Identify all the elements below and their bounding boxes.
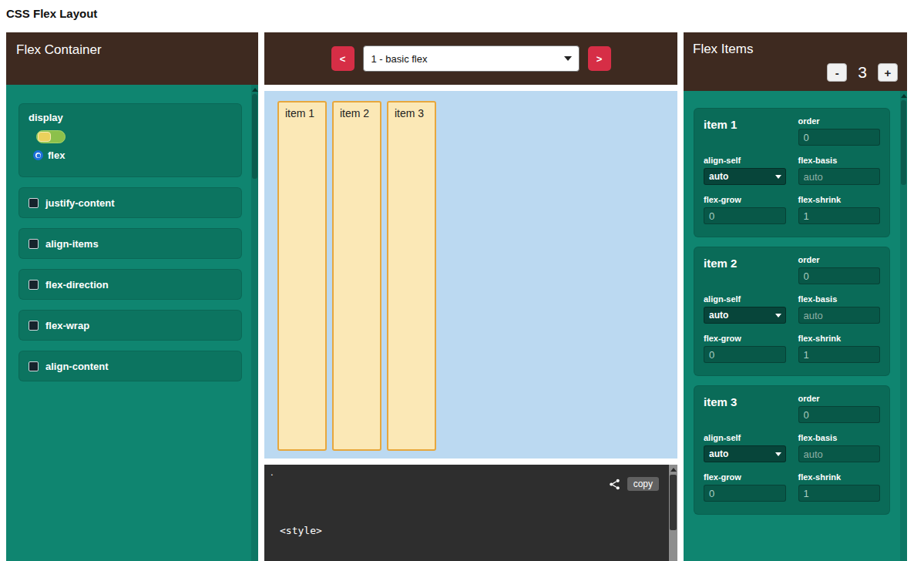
flex-radio[interactable] — [33, 150, 43, 160]
preview-panel: < 1 - basic flex > item 1 item 2 item 3 … — [264, 32, 677, 561]
align-self-field: align-self auto — [704, 294, 786, 324]
flex-basis-field: flex-basis — [798, 433, 881, 462]
justify-content-checkbox[interactable] — [29, 198, 39, 208]
section-align-content[interactable]: align-content — [18, 351, 242, 381]
flex-shrink-input[interactable] — [798, 485, 881, 502]
item-card-1: item 1 order align-self auto flex-basis — [694, 108, 890, 237]
copy-button[interactable]: copy — [627, 477, 659, 491]
flex-wrap-label: flex-wrap — [45, 320, 89, 331]
align-items-checkbox[interactable] — [29, 239, 39, 249]
section-flex-wrap[interactable]: flex-wrap — [18, 310, 242, 341]
flex-basis-field: flex-basis — [798, 294, 881, 324]
align-content-checkbox[interactable] — [29, 361, 39, 371]
order-field: order — [798, 255, 881, 284]
flex-radio-row[interactable]: flex — [33, 149, 232, 161]
flex-shrink-field: flex-shrink — [798, 472, 881, 502]
add-item-button[interactable]: + — [878, 63, 898, 82]
code-scrollbar[interactable] — [669, 465, 677, 561]
item-card-title: item 1 — [704, 118, 786, 131]
next-example-button[interactable]: > — [588, 46, 611, 71]
scroll-up-icon[interactable] — [252, 88, 258, 92]
align-items-label: align-items — [45, 238, 99, 250]
flex-grow-label: flex-grow — [704, 195, 786, 204]
flex-direction-label: flex-direction — [45, 279, 109, 291]
order-input[interactable] — [798, 267, 881, 284]
flex-items-header: Flex Items - 3 + — [684, 32, 907, 91]
flex-grow-field: flex-grow — [704, 195, 786, 224]
flex-container-scrollbar[interactable] — [251, 85, 258, 561]
flex-radio-dot — [36, 153, 40, 157]
flex-grow-field: flex-grow — [704, 334, 786, 363]
display-label: display — [29, 112, 232, 123]
flex-shrink-input[interactable] — [798, 207, 881, 224]
order-field: order — [798, 116, 881, 146]
scrollbar-thumb[interactable] — [901, 100, 906, 185]
order-input[interactable] — [798, 406, 881, 423]
item-card-3: item 3 order align-self auto flex-basis — [694, 385, 890, 515]
align-self-label: align-self — [704, 294, 786, 304]
item-card-title: item 3 — [704, 395, 786, 408]
display-toggle[interactable] — [36, 130, 66, 143]
flex-container-header: Flex Container — [6, 32, 258, 85]
scrollbar-thumb[interactable] — [670, 475, 677, 530]
flex-basis-input[interactable] — [798, 445, 881, 462]
item-card-2: item 2 order align-self auto flex-basis — [694, 247, 890, 376]
order-field: order — [798, 394, 881, 423]
display-toggle-knob — [38, 132, 51, 142]
remove-item-button[interactable]: - — [827, 63, 847, 82]
flex-shrink-label: flex-shrink — [798, 334, 881, 343]
flex-basis-input[interactable] — [798, 168, 881, 185]
example-select-wrap: 1 - basic flex — [363, 45, 580, 72]
item-card-title: item 2 — [704, 257, 786, 270]
scroll-up-icon[interactable] — [901, 94, 907, 98]
page-title: CSS Flex Layout — [6, 7, 97, 20]
flex-direction-checkbox[interactable] — [29, 280, 39, 290]
align-self-select[interactable]: auto — [704, 307, 786, 324]
section-flex-direction[interactable]: flex-direction — [18, 269, 242, 300]
flex-grow-input[interactable] — [704, 207, 786, 224]
flex-container-panel: Flex Container display flex justify-cont… — [6, 32, 258, 561]
flex-grow-label: flex-grow — [704, 472, 786, 482]
flex-container-body: display flex justify-content align-items… — [6, 85, 258, 561]
order-label: order — [798, 116, 881, 126]
flex-basis-label: flex-basis — [798, 433, 881, 442]
item-count-controls: - 3 + — [827, 63, 898, 82]
align-self-select[interactable]: auto — [704, 445, 786, 462]
code-cursor-dot: . — [270, 466, 274, 478]
flex-items-scrollbar[interactable] — [900, 91, 907, 561]
example-select[interactable]: 1 - basic flex — [363, 45, 580, 72]
flex-wrap-checkbox[interactable] — [29, 321, 39, 331]
scroll-up-icon[interactable] — [670, 468, 677, 472]
flex-shrink-field: flex-shrink — [798, 195, 881, 224]
demo-item-1: item 1 — [277, 101, 327, 451]
align-self-select[interactable]: auto — [704, 168, 786, 185]
flex-grow-input[interactable] — [704, 346, 786, 363]
section-justify-content[interactable]: justify-content — [18, 187, 242, 218]
flex-basis-input[interactable] — [798, 307, 881, 324]
flex-shrink-label: flex-shrink — [798, 195, 881, 204]
scrollbar-thumb[interactable] — [252, 94, 257, 179]
order-label: order — [798, 255, 881, 264]
section-align-items[interactable]: align-items — [18, 228, 242, 259]
flex-basis-label: flex-basis — [798, 294, 881, 304]
align-self-label: align-self — [704, 156, 786, 165]
prev-example-button[interactable]: < — [331, 46, 354, 71]
flex-items-body: item 1 order align-self auto flex-basis — [684, 91, 907, 561]
align-self-field: align-self auto — [704, 433, 786, 462]
demo-item-3: item 3 — [387, 101, 436, 451]
share-icon[interactable] — [609, 479, 620, 490]
order-input[interactable] — [798, 129, 881, 146]
flex-items-panel: Flex Items - 3 + item 1 order align-self… — [684, 32, 907, 561]
align-self-label: align-self — [704, 433, 786, 442]
align-content-label: align-content — [45, 361, 109, 372]
flex-grow-input[interactable] — [704, 485, 786, 502]
flex-items-title: Flex Items — [693, 42, 753, 56]
flex-basis-label: flex-basis — [798, 156, 881, 165]
display-section: display flex — [18, 103, 242, 177]
code-controls: copy — [609, 477, 659, 491]
flex-shrink-input[interactable] — [798, 346, 881, 363]
code-panel: . copy <style> .flex-container { display… — [264, 465, 677, 561]
item-count: 3 — [858, 63, 867, 82]
flex-container-title: Flex Container — [16, 42, 102, 57]
flex-shrink-label: flex-shrink — [798, 472, 881, 482]
